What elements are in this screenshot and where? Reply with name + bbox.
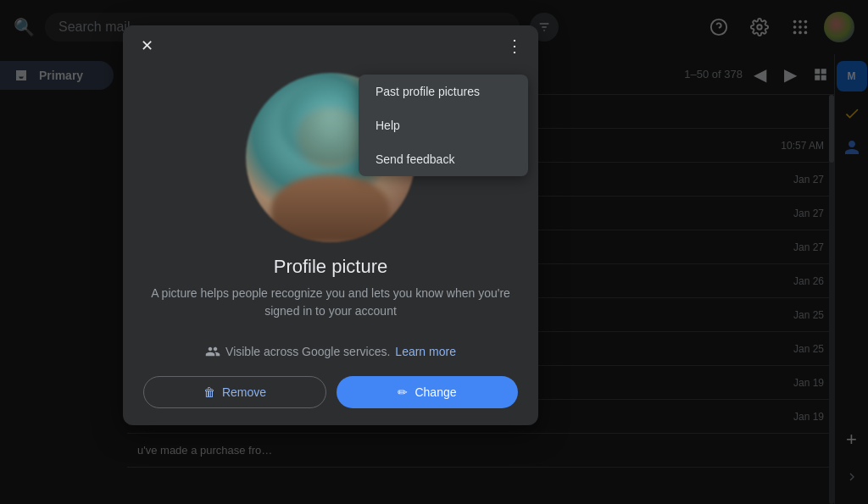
profile-dialog: ✕ ⋮ Past profile pictures Help Send feed… — [123, 25, 538, 425]
context-menu-item-send-feedback[interactable]: Send feedback — [359, 142, 528, 176]
change-button[interactable]: ✏ Change — [337, 376, 518, 408]
dialog-header: ✕ ⋮ Past profile pictures Help Send feed… — [123, 25, 538, 66]
context-menu: Past profile pictures Help Send feedback — [359, 75, 528, 176]
learn-more-link[interactable]: Learn more — [395, 345, 456, 358]
trash-icon: 🗑 — [203, 385, 215, 399]
context-menu-item-past-pictures[interactable]: Past profile pictures — [359, 75, 528, 108]
dialog-menu-button[interactable]: ⋮ — [501, 32, 528, 59]
profile-action-buttons: 🗑 Remove ✏ Change — [123, 369, 538, 425]
profile-picture-description: A picture helps people recognize you and… — [143, 285, 518, 320]
remove-button[interactable]: 🗑 Remove — [143, 376, 326, 408]
profile-picture-title: Profile picture — [143, 256, 518, 278]
change-label: Change — [415, 385, 456, 399]
dialog-close-button[interactable]: ✕ — [133, 32, 160, 59]
profile-visible-row: Visible across Google services. Learn mo… — [123, 344, 538, 359]
profile-info: Profile picture A picture helps people r… — [123, 256, 538, 334]
people-icon — [205, 344, 220, 359]
context-menu-item-help[interactable]: Help — [359, 108, 528, 142]
remove-label: Remove — [222, 385, 266, 399]
visible-text: Visible across Google services. — [225, 345, 390, 358]
pencil-icon: ✏ — [398, 385, 408, 399]
